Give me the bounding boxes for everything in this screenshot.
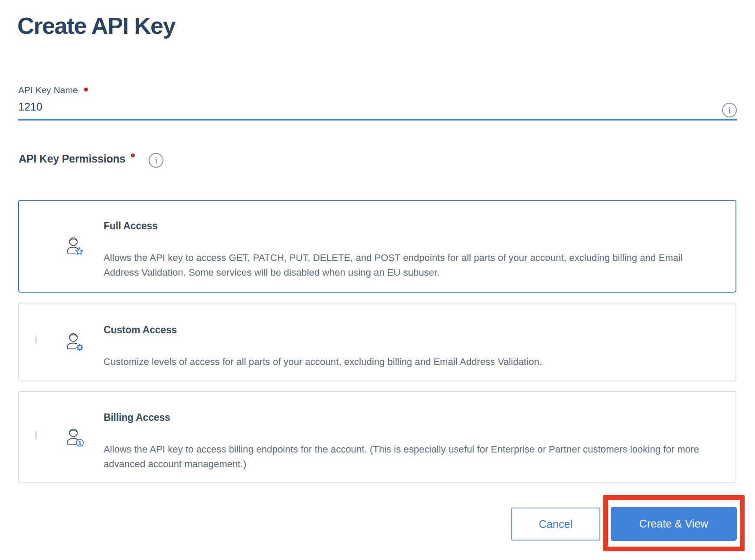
user-star-icon [64,236,85,257]
option-card-custom-access[interactable]: Custom Access Customize levels of access… [18,303,736,381]
input-underline [18,119,737,120]
custom-access-radio[interactable] [35,335,37,344]
cancel-button[interactable]: Cancel [511,508,600,540]
option-description: Allows the API key to access billing end… [104,442,706,472]
required-dot-icon [84,88,88,91]
user-dollar-icon: $ [64,427,85,448]
svg-text:$: $ [78,440,81,445]
permissions-label: API Key Permissions [19,152,125,166]
option-card-full-access[interactable]: Full Access Allows the API key to access… [18,200,736,293]
api-key-name-input[interactable]: 1210 [18,100,625,114]
api-key-name-label: API Key Name [18,84,78,96]
option-title: Full Access [104,219,706,232]
option-title: Custom Access [104,323,706,336]
user-gear-icon [64,332,85,352]
option-title: Billing Access [104,411,706,424]
permissions-label-row: API Key Permissions i [19,152,163,168]
required-dot-icon [131,153,135,157]
create-and-view-button[interactable]: Create & View [611,507,737,541]
page-title: Create API Key [17,11,175,40]
option-description: Allows the API key to access GET, PATCH,… [104,251,706,280]
info-icon[interactable]: i [722,103,737,117]
api-key-name-label-row: API Key Name [18,84,88,96]
option-card-billing-access[interactable]: $ Billing Access Allows the API key to a… [18,391,736,483]
create-api-key-page: Create API Key API Key Name 1210 i API K… [0,0,755,560]
option-description: Customize levels of access for all parts… [104,355,706,369]
billing-access-radio[interactable] [35,430,37,440]
info-icon[interactable]: i [149,153,163,168]
